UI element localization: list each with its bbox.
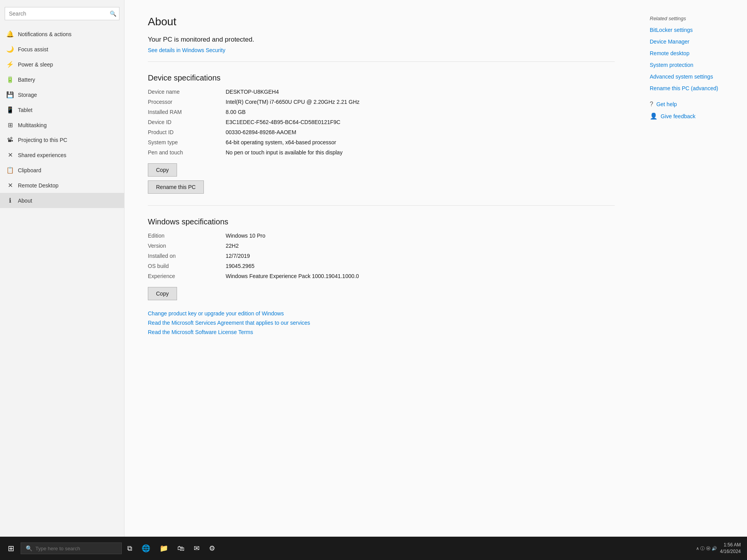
help-icon: ? (650, 101, 653, 108)
right-panel: Related settings BitLocker settingsDevic… (638, 0, 747, 537)
protection-status: Your PC is monitored and protected. (148, 36, 615, 44)
page-title: About (148, 16, 615, 28)
related-settings-title: Related settings (650, 16, 735, 21)
sidebar-icon-clipboard: 📋 (6, 166, 14, 174)
rename-pc-button[interactable]: Rename this PC (148, 180, 204, 194)
taskbar-search-icon: 🔍 (26, 545, 32, 551)
sidebar-icon-projecting: 📽 (6, 136, 14, 144)
date-display: 4/16/2024 (720, 548, 741, 555)
spec-value: No pen or touch input is available for t… (226, 149, 615, 156)
sidebar-icon-tablet: 📱 (6, 106, 14, 114)
spec-value: Windows Feature Experience Pack 1000.190… (226, 273, 615, 279)
file-explorer-icon[interactable]: 📁 (156, 541, 172, 556)
related-settings-link[interactable]: Device Manager (650, 38, 735, 45)
sidebar-item-storage[interactable]: 💾Storage (0, 87, 124, 102)
taskbar-right: ∧ ⓘ ⓦ 🔊 1:56 AM 4/16/2024 (696, 542, 744, 555)
sidebar-icon-power: ⚡ (6, 61, 14, 68)
related-settings-link[interactable]: BitLocker settings (650, 27, 735, 33)
spec-value: Intel(R) Core(TM) i7-6650U CPU @ 2.20GHz… (226, 99, 615, 105)
store-icon[interactable]: 🛍 (174, 541, 188, 556)
spec-value: 00330-62894-89268-AAOEM (226, 129, 615, 135)
windows-security-link[interactable]: See details in Windows Security (148, 47, 225, 53)
related-settings-link[interactable]: Advanced system settings (650, 74, 735, 80)
bottom-link[interactable]: Read the Microsoft Services Agreement th… (148, 320, 615, 326)
sidebar-label-battery: Battery (18, 77, 35, 83)
task-view-button[interactable]: ⧉ (123, 541, 136, 556)
help-item: 👤Give feedback (650, 112, 735, 120)
sidebar-icon-focus: 🌙 (6, 46, 14, 53)
sidebar-item-about[interactable]: ℹAbout (0, 193, 124, 208)
spec-value: 22H2 (226, 243, 615, 249)
divider-1 (148, 61, 615, 62)
settings-icon[interactable]: ⚙ (205, 541, 219, 556)
sidebar-item-multitasking[interactable]: ⊞Multitasking (0, 117, 124, 133)
search-icon: 🔍 (110, 10, 116, 17)
sidebar-item-clipboard[interactable]: 📋Clipboard (0, 163, 124, 178)
sidebar-label-clipboard: Clipboard (18, 167, 41, 173)
spec-label: Device ID (148, 119, 218, 125)
copy-button-1[interactable]: Copy (148, 163, 177, 177)
taskbar-search-input[interactable] (35, 546, 117, 551)
spec-label: Device name (148, 89, 218, 95)
help-link[interactable]: Give feedback (661, 113, 696, 119)
spec-label: Installed RAM (148, 109, 218, 115)
sidebar-label-remote: Remote Desktop (18, 182, 58, 189)
sidebar-item-tablet[interactable]: 📱Tablet (0, 102, 124, 117)
main-content: About Your PC is monitored and protected… (124, 0, 638, 537)
bottom-links: Change product key or upgrade your editi… (148, 310, 615, 335)
spec-value: 12/7/2019 (226, 253, 615, 259)
mail-icon[interactable]: ✉ (190, 541, 203, 556)
start-button[interactable]: ⊞ (3, 541, 19, 556)
sidebar-label-power: Power & sleep (18, 61, 53, 68)
spec-value: 8.00 GB (226, 109, 615, 115)
bottom-link[interactable]: Change product key or upgrade your editi… (148, 310, 615, 317)
spec-label: OS build (148, 263, 218, 269)
windows-specs-table: EditionWindows 10 ProVersion22H2Installe… (148, 233, 615, 279)
spec-label: Processor (148, 99, 218, 105)
spec-value: 64-bit operating system, x64-based proce… (226, 139, 615, 145)
sidebar-label-tablet: Tablet (18, 107, 32, 113)
taskbar-search: 🔍 (21, 542, 122, 554)
sidebar-label-shared: Shared experiences (18, 152, 67, 158)
spec-label: Experience (148, 273, 218, 279)
spec-value: DESKTOP-U8KGEH4 (226, 89, 615, 95)
sidebar-item-focus[interactable]: 🌙Focus assist (0, 42, 124, 57)
spec-value: Windows 10 Pro (226, 233, 615, 239)
help-icon: 👤 (650, 112, 658, 120)
sidebar-item-notifications[interactable]: 🔔Notifications & actions (0, 26, 124, 42)
search-input[interactable] (5, 7, 119, 20)
sidebar-icon-battery: 🔋 (6, 76, 14, 83)
related-settings-link[interactable]: Rename this PC (advanced) (650, 85, 735, 91)
sidebar-label-multitasking: Multitasking (18, 122, 47, 128)
related-settings-link[interactable]: Remote desktop (650, 50, 735, 56)
sidebar-item-projecting[interactable]: 📽Projecting to this PC (0, 133, 124, 147)
spec-label: Version (148, 243, 218, 249)
related-settings-link[interactable]: System protection (650, 62, 735, 68)
help-link[interactable]: Get help (656, 101, 677, 107)
sidebar-item-power[interactable]: ⚡Power & sleep (0, 57, 124, 72)
device-specs-table: Device nameDESKTOP-U8KGEH4ProcessorIntel… (148, 89, 615, 156)
sidebar-item-battery[interactable]: 🔋Battery (0, 72, 124, 87)
time-display: 1:56 AM (720, 542, 741, 548)
spec-label: Product ID (148, 129, 218, 135)
divider-2 (148, 205, 615, 206)
taskbar: ⊞ 🔍 ⧉ 🌐 📁 🛍 ✉ ⚙ ∧ ⓘ ⓦ 🔊 1:56 AM 4/16/202… (0, 537, 747, 560)
spec-label: System type (148, 139, 218, 145)
sidebar-item-remote[interactable]: ✕Remote Desktop (0, 178, 124, 193)
edge-icon[interactable]: 🌐 (138, 541, 154, 556)
sidebar-icon-multitasking: ⊞ (6, 121, 14, 129)
spec-value: 19045.2965 (226, 263, 615, 269)
windows-specs-title: Windows specifications (148, 217, 615, 226)
device-specs-title: Device specifications (148, 74, 615, 82)
sidebar-icon-shared: ✕ (6, 151, 14, 159)
sidebar-icon-notifications: 🔔 (6, 30, 14, 38)
spec-label: Edition (148, 233, 218, 239)
spec-value: E3C1EDEC-F562-4B95-BC64-CD58E0121F9C (226, 119, 615, 125)
sidebar: 🔍 🔔Notifications & actions🌙Focus assist⚡… (0, 0, 124, 537)
copy-button-2[interactable]: Copy (148, 287, 177, 300)
sidebar-item-shared[interactable]: ✕Shared experiences (0, 147, 124, 163)
help-item: ?Get help (650, 101, 735, 108)
sidebar-label-about: About (18, 198, 32, 204)
related-links: BitLocker settingsDevice ManagerRemote d… (650, 27, 735, 91)
bottom-link[interactable]: Read the Microsoft Software License Term… (148, 329, 615, 335)
